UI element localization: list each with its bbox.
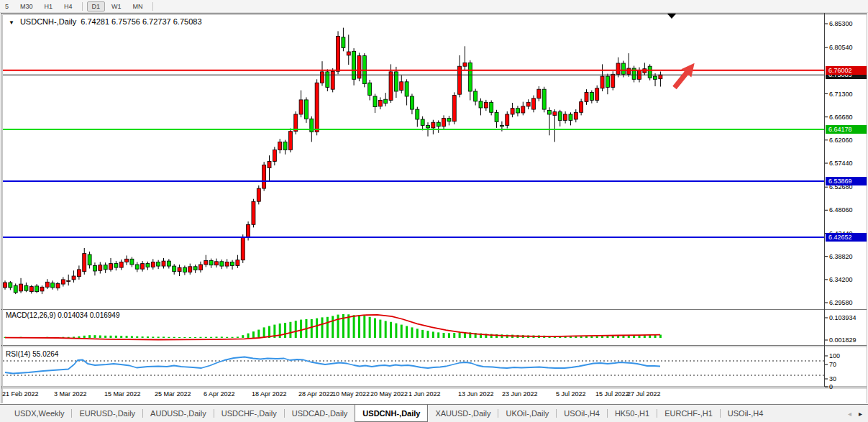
candle-down [146, 264, 150, 267]
candle-down [437, 122, 440, 127]
candle-up [178, 267, 181, 272]
candle-up [19, 284, 23, 291]
macd-bar [168, 337, 170, 338]
tab-item-usoilh4[interactable]: USOil-,H4 [721, 405, 771, 422]
price-tick-label: 6.66680 [829, 114, 853, 121]
macd-bar [205, 337, 207, 338]
candle-up [215, 262, 219, 265]
tab-item-usdxweekly[interactable]: USDX,Weekly [7, 405, 71, 422]
date-label: 21 Feb 2022 [2, 390, 39, 398]
date-label: 15 Jul 2022 [595, 390, 629, 398]
tab-item-eurusddaily[interactable]: EURUSD-,Daily [72, 405, 142, 422]
tab-item-usdchfdaily[interactable]: USDCHF-,Daily [214, 405, 284, 422]
macd-bar [395, 324, 397, 338]
candle-down [648, 66, 652, 78]
candle-down [558, 112, 562, 121]
candle-down [220, 262, 224, 266]
price-tick-label: 6.34200 [829, 276, 853, 283]
candle-down [479, 101, 483, 108]
tab-item-xauusddaily[interactable]: XAUUSD-,Daily [428, 405, 498, 422]
candle-down [606, 76, 609, 87]
date-label: 28 Apr 2022 [298, 390, 334, 398]
candle-down [173, 266, 176, 272]
rsi-axis-label: 100 [829, 352, 840, 359]
macd-bar [379, 320, 381, 338]
candle-up [162, 261, 165, 266]
candle-down [35, 286, 39, 292]
macd-bar [311, 319, 313, 338]
date-label: 18 Apr 2022 [252, 390, 287, 398]
candle-down [24, 285, 28, 290]
macd-bar [110, 336, 112, 338]
candle-up [331, 71, 334, 89]
candle-up [627, 68, 631, 74]
macd-bar [416, 329, 419, 338]
tab-scroll-left-icon[interactable]: ◂ [848, 410, 851, 418]
candle-down [416, 109, 419, 119]
macd-bar [178, 337, 181, 338]
candle-down [342, 37, 345, 48]
candle-up [67, 280, 70, 281]
candle-up [553, 112, 557, 116]
candle-down [474, 91, 478, 101]
candle-down [542, 89, 546, 109]
date-label: 27 Jul 2022 [627, 390, 661, 398]
macd-bar [247, 334, 250, 338]
macd-bar [221, 336, 223, 338]
chart-ohlc-title: ▼USDCNH-,Daily 6.74281 6.75756 6.72737 6… [9, 17, 202, 26]
candle-up [526, 102, 530, 106]
tab-scroll-right-icon[interactable]: ▸ [859, 410, 862, 418]
candle-up [378, 101, 382, 106]
macd-bar [337, 315, 339, 338]
chart-shift-marker-icon[interactable] [667, 14, 676, 19]
candle-down [104, 265, 107, 270]
macd-bar [216, 336, 218, 338]
candle-up [537, 89, 541, 98]
macd-bar [421, 330, 424, 338]
date-label: 6 Apr 2022 [204, 390, 235, 398]
candle-up [574, 112, 577, 119]
date-label: 1 Jun 2022 [408, 390, 441, 398]
candle-up [484, 102, 488, 108]
tab-item-eurchfh1[interactable]: EURCHF-,H1 [657, 405, 720, 422]
candle-up [45, 282, 49, 287]
candle-up [83, 254, 86, 272]
macd-bar [157, 336, 160, 338]
macd-bar [606, 336, 608, 338]
one-click-trading-dropdown-icon[interactable]: ▼ [9, 19, 14, 26]
price-tick-label: 6.85300 [829, 20, 853, 27]
macd-bar [390, 322, 392, 338]
chart-canvas[interactable] [0, 0, 868, 422]
candlestick-series [4, 28, 662, 295]
tab-item-usdcaddaily[interactable]: USDCAD-,Daily [285, 405, 355, 422]
macd-bar [411, 327, 413, 338]
candle-up [616, 63, 620, 74]
candle-down [548, 111, 552, 115]
macd-bar [295, 321, 297, 338]
candle-up [585, 92, 588, 101]
candle-up [99, 265, 102, 271]
candle-down [283, 142, 287, 150]
macd-bar [459, 332, 461, 338]
macd-bar [353, 315, 355, 338]
tab-item-audusddaily[interactable]: AUDUSD-,Daily [143, 405, 214, 422]
candle-down [490, 102, 493, 112]
price-badge-6.42652: 6.42652 [826, 233, 867, 242]
macd-bar [326, 317, 329, 338]
tab-item-usoilh4[interactable]: USOil-,H4 [557, 405, 607, 422]
tab-item-usdcnhdaily[interactable]: USDCNH-,Daily [355, 405, 428, 422]
candle-down [405, 82, 408, 96]
tab-scroll-buttons: ◂▸ [848, 405, 868, 422]
tab-item-ukoildaily[interactable]: UKOil-,Daily [498, 405, 556, 422]
candle-down [421, 119, 424, 125]
candle-up [29, 287, 33, 292]
macd-bar [142, 336, 144, 338]
rsi-value: 55.0264 [32, 350, 58, 358]
trend-arrow-icon[interactable] [670, 59, 700, 92]
candle-up [389, 72, 393, 101]
candle-down [410, 96, 414, 109]
macd-bar [210, 337, 212, 338]
tab-item-hk50h1[interactable]: HK50-,H1 [608, 405, 657, 422]
candle-down [135, 265, 139, 269]
macd-bar [163, 336, 165, 338]
